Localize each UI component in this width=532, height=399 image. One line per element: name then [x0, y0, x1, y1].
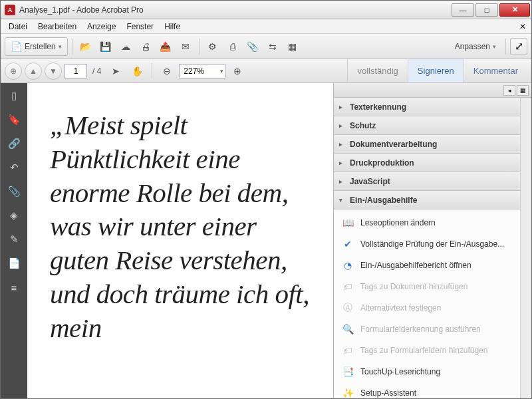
- tag-form-icon: 🏷: [342, 344, 354, 356]
- window-title: Analyse_1.pdf - Adobe Acrobat Pro: [19, 5, 450, 15]
- zoom-in-icon: ⊕: [233, 66, 241, 76]
- menu-bar: Datei Bearbeiten Anzeige Fenster Hilfe ✕: [1, 19, 531, 34]
- undo-icon[interactable]: ↶: [7, 160, 21, 175]
- section-texterkennung[interactable]: ▸Texterkennung: [334, 98, 520, 116]
- tool-setup-assistent[interactable]: ✨Setup-Assistent: [334, 382, 520, 398]
- main-toolbar: 📄 Erstellen ▾ 📂 💾 ☁ 🖨 📤 ✉ ⚙ ⎙ 📎 ⇆ ▦ Anpa…: [1, 34, 531, 59]
- page-total-label: / 4: [92, 66, 101, 76]
- bookmarks-icon[interactable]: 🔖: [7, 112, 21, 127]
- layers-icon[interactable]: ◈: [7, 208, 21, 223]
- envelope-icon: ✉: [182, 41, 190, 52]
- alt-text-icon: Ⓐ: [342, 302, 354, 314]
- export-button[interactable]: ⎙: [223, 37, 242, 56]
- gear-icon: ⚙: [208, 41, 217, 52]
- chevron-right-icon: ▸: [339, 141, 346, 148]
- section-druckproduktion[interactable]: ▸Druckproduktion: [334, 154, 520, 172]
- first-page-button[interactable]: ⊕: [5, 63, 22, 80]
- zoom-value: 227%: [184, 66, 204, 76]
- pdf-page: „Meist spielt Pünktlichkeit eine enorme …: [27, 83, 333, 398]
- maximize-button[interactable]: □: [475, 3, 498, 17]
- open-button[interactable]: 📂: [76, 37, 95, 56]
- close-button[interactable]: ✕: [499, 3, 530, 17]
- chevron-down-icon: ▾: [59, 43, 62, 50]
- menu-anzeige[interactable]: Anzeige: [82, 21, 121, 33]
- expand-icon: ⤢: [515, 40, 523, 53]
- create-button[interactable]: 📄 Erstellen ▾: [5, 37, 68, 56]
- print-button[interactable]: 🖨: [136, 37, 155, 56]
- pages-icon[interactable]: 📄: [7, 256, 21, 271]
- chevron-down-icon: ▾: [493, 43, 496, 50]
- floppy-icon: 💾: [100, 41, 111, 52]
- chevron-down-icon: ▾: [220, 68, 223, 74]
- attachments-icon[interactable]: 📎: [7, 184, 21, 199]
- pointer-tool[interactable]: ➤: [106, 62, 125, 80]
- share-icon: 📤: [160, 41, 171, 52]
- panel-scrollbar[interactable]: [520, 98, 531, 398]
- hand-tool[interactable]: ✋: [128, 62, 146, 80]
- link-signieren[interactable]: Signieren: [408, 59, 464, 82]
- tool-leseoptionen[interactable]: 📖Leseoptionen ändern: [334, 212, 520, 233]
- tools-panel: ◂ ▦ ▸Texterkennung ▸Schutz ▸Dokumentvera…: [333, 83, 531, 398]
- signature-panel-icon[interactable]: ✎: [7, 232, 21, 247]
- attach-button[interactable]: 📎: [243, 37, 262, 56]
- cloud-up-icon: ☁: [121, 41, 130, 52]
- section-javascript[interactable]: ▸JavaScript: [334, 172, 520, 191]
- search-icon: 🔍: [342, 323, 354, 335]
- link-vollstaendig[interactable]: vollständig: [347, 59, 407, 82]
- panel-menu-button[interactable]: ▦: [517, 85, 529, 96]
- report-icon: ◔: [342, 259, 354, 271]
- minimize-button[interactable]: —: [452, 3, 474, 17]
- customize-button[interactable]: Anpassen ▾: [450, 37, 501, 56]
- tool-formularerkennung[interactable]: 🔍Formularfelderkennung ausführen: [334, 319, 520, 340]
- order-icon[interactable]: ≡: [7, 280, 21, 295]
- panel-collapse-button[interactable]: ◂: [503, 85, 515, 96]
- prev-page-button[interactable]: ▲: [25, 63, 42, 80]
- menu-datei[interactable]: Datei: [3, 21, 33, 33]
- link-kommentar[interactable]: Kommentar: [464, 59, 527, 82]
- zoom-in-button[interactable]: ⊕: [228, 62, 247, 80]
- thumbnails-icon[interactable]: ▯: [7, 88, 21, 103]
- tool-bericht-oeffnen[interactable]: ◔Ein-/Ausgabehilfebericht öffnen: [334, 255, 520, 276]
- section-schutz[interactable]: ▸Schutz: [334, 116, 520, 135]
- next-page-button[interactable]: ▼: [45, 63, 62, 80]
- hand-icon: ✋: [132, 66, 143, 76]
- fullscreen-button[interactable]: ⤢: [510, 38, 527, 55]
- export-icon: ⎙: [230, 41, 235, 52]
- panel-header: ◂ ▦: [334, 83, 531, 98]
- forms-button[interactable]: ▦: [283, 37, 302, 56]
- settings-button[interactable]: ⚙: [203, 37, 222, 56]
- menu-hilfe[interactable]: Hilfe: [159, 21, 186, 33]
- wizard-icon: ✨: [342, 387, 354, 398]
- folder-open-icon: 📂: [80, 41, 91, 52]
- tool-tags-formular[interactable]: 🏷Tags zu Formularfeldern hinzufügen: [334, 340, 520, 361]
- document-area[interactable]: „Meist spielt Pünktlichkeit eine enorme …: [27, 83, 333, 398]
- section-dokumentverarbeitung[interactable]: ▸Dokumentverarbeitung: [334, 135, 520, 154]
- tool-alternativtext[interactable]: ⒶAlternativtext festlegen: [334, 297, 520, 319]
- tag-icon[interactable]: 🔗: [7, 136, 21, 151]
- tag-add-icon: 🏷: [342, 281, 354, 293]
- page-number-input[interactable]: [65, 64, 87, 78]
- form-icon: ▦: [288, 41, 297, 52]
- share-button[interactable]: 📤: [156, 37, 175, 56]
- title-bar: A Analyse_1.pdf - Adobe Acrobat Pro — □ …: [1, 1, 531, 19]
- compare-button[interactable]: ⇆: [263, 37, 282, 56]
- pdf-icon: 📄: [11, 41, 22, 52]
- compare-icon: ⇆: [269, 41, 277, 52]
- section-ein-ausgabehilfe[interactable]: ▾Ein-/Ausgabehilfe: [334, 191, 520, 209]
- zoom-out-icon: ⊖: [163, 66, 171, 76]
- left-nav-strip: ▯ 🔖 🔗 ↶ 📎 ◈ ✎ 📄 ≡: [1, 83, 27, 398]
- menu-fenster[interactable]: Fenster: [121, 21, 159, 33]
- mail-button[interactable]: ✉: [176, 37, 195, 56]
- save-button[interactable]: 💾: [96, 37, 115, 56]
- menu-bearbeiten[interactable]: Bearbeiten: [33, 21, 82, 33]
- printer-icon: 🖨: [141, 41, 150, 52]
- zoom-out-button[interactable]: ⊖: [158, 62, 176, 80]
- menu-close-icon[interactable]: ✕: [517, 22, 529, 31]
- tool-vollstaendige-pruefung[interactable]: ✔Vollständige Prüfung der Ein-/Ausgabe..…: [334, 233, 520, 255]
- cloud-button[interactable]: ☁: [116, 37, 135, 56]
- zoom-combo[interactable]: 227% ▾: [179, 64, 225, 78]
- pointer-icon: ➤: [112, 66, 120, 76]
- tool-touchup-leserichtung[interactable]: 📑TouchUp-Leserichtung: [334, 361, 520, 382]
- chevron-right-icon: ▸: [339, 160, 346, 166]
- tool-tags-dokument[interactable]: 🏷Tags zu Dokument hinzufügen: [334, 276, 520, 297]
